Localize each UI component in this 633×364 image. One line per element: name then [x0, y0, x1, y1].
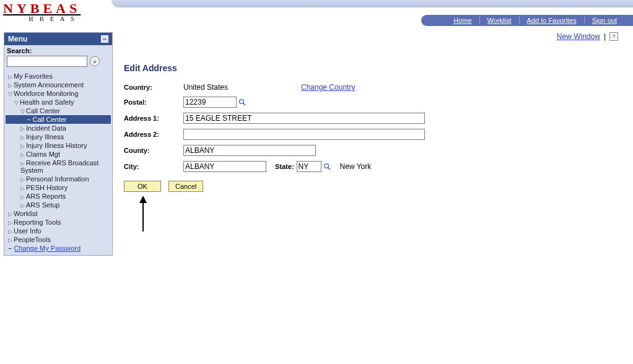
page-title: Edit Address	[124, 63, 619, 73]
menu-title: Menu	[8, 35, 27, 43]
change-country-link[interactable]: Change Country	[301, 83, 355, 92]
top-nav: Home Worklist Add to Favorites Sign out	[421, 15, 633, 26]
ok-button[interactable]: OK	[124, 181, 161, 192]
nav-change-password[interactable]: − Change My Password	[6, 244, 111, 253]
county-input[interactable]	[183, 145, 316, 156]
nav-workforce-monitoring[interactable]: ▽Workforce Monitoring	[6, 89, 111, 98]
nav-ars-reports[interactable]: ▷ARS Reports	[6, 192, 111, 201]
label-country: Country:	[124, 84, 183, 91]
nav-system-announcement[interactable]: ▷System Announcement	[6, 80, 111, 89]
state-name: New York	[340, 162, 372, 171]
lookup-state-icon[interactable]	[323, 162, 331, 171]
nav-call-center[interactable]: − Call Center	[6, 115, 111, 124]
nav-tree: ▷My Favorites ▷System Announcement ▽Work…	[4, 71, 112, 255]
svg-point-0	[240, 100, 244, 104]
nav-injury-illness[interactable]: ▷Injury Illness	[6, 132, 111, 141]
nav-personal-info[interactable]: ▷Personal Information	[6, 175, 111, 183]
svg-marker-5	[139, 196, 147, 203]
address2-input[interactable]	[183, 129, 425, 140]
nav-peopletools[interactable]: ▷PeopleTools	[6, 235, 111, 244]
nav-user-info[interactable]: ▷User Info	[6, 227, 111, 235]
search-label: Search:	[7, 47, 110, 54]
header-swoosh	[111, 0, 633, 7]
label-county: County:	[124, 147, 183, 154]
nav-worklist-menu[interactable]: ▷Worklist	[6, 209, 111, 218]
help-icon[interactable]: ?	[609, 32, 618, 41]
nav-my-favorites[interactable]: ▷My Favorites	[6, 72, 111, 80]
lookup-postal-icon[interactable]	[238, 98, 247, 106]
nav-home[interactable]: Home	[446, 17, 479, 24]
cancel-button[interactable]: Cancel	[168, 181, 203, 192]
label-postal: Postal:	[124, 98, 183, 106]
nav-health-safety[interactable]: ▽Health and Safety	[6, 98, 111, 106]
nav-worklist[interactable]: Worklist	[479, 17, 519, 24]
nav-pesh-history[interactable]: ▷PESH History	[6, 183, 111, 192]
svg-line-1	[243, 103, 245, 105]
address1-input[interactable]	[183, 113, 425, 124]
label-city: City:	[124, 163, 183, 170]
new-window-link[interactable]: New Window	[557, 32, 600, 41]
nav-ars-setup[interactable]: ▷ARS Setup	[6, 201, 111, 209]
nav-reporting-tools[interactable]: ▷Reporting Tools	[6, 218, 111, 227]
minimize-icon[interactable]: −	[101, 35, 108, 43]
nav-call-center-folder[interactable]: ▽Call Center	[6, 106, 111, 115]
search-go-icon[interactable]: »	[90, 56, 100, 66]
nav-add-favorites[interactable]: Add to Favorites	[519, 17, 584, 24]
nav-claims-mgt[interactable]: ▷Claims Mgt	[6, 150, 111, 158]
link-separator: |	[604, 32, 606, 41]
label-state: State:	[275, 163, 294, 170]
city-input[interactable]	[183, 161, 266, 172]
arrow-annotation	[139, 196, 147, 233]
nav-receive-ars[interactable]: ▷Receive ARS Broadcast System	[6, 158, 111, 175]
nav-sign-out[interactable]: Sign out	[584, 17, 624, 24]
state-input[interactable]	[297, 161, 321, 172]
logo-main: NYBEAS	[3, 1, 102, 17]
label-address1: Address 1:	[124, 115, 183, 122]
value-country: United States	[183, 83, 301, 92]
label-address2: Address 2:	[124, 131, 183, 138]
postal-input[interactable]	[183, 97, 237, 108]
sidebar: Menu − Search: » ▷My Favorites ▷System A…	[4, 32, 113, 256]
logo: NYBEAS H B E A S	[3, 1, 102, 22]
svg-point-2	[324, 164, 328, 168]
nav-injury-illness-history[interactable]: ▷Injury Illness History	[6, 141, 111, 150]
svg-line-3	[328, 168, 330, 170]
search-input[interactable]	[7, 56, 87, 67]
nav-incident-data[interactable]: ▷Incident Data	[6, 124, 111, 132]
